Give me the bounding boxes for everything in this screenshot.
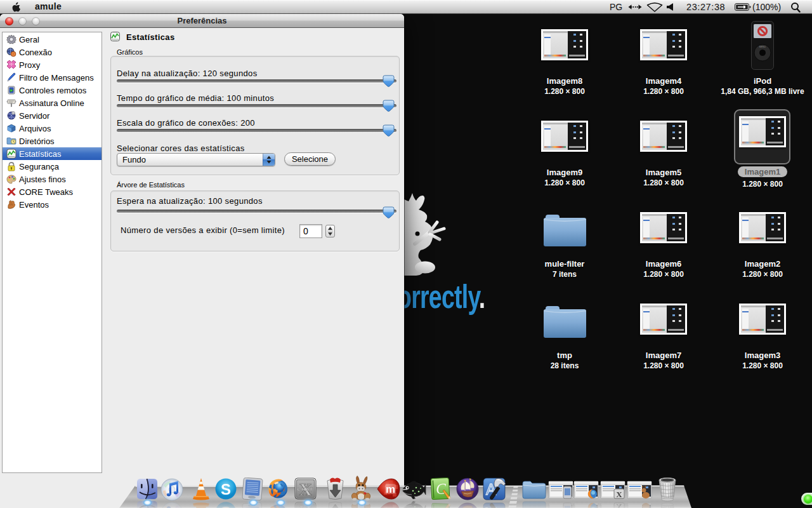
svg-text:MENU: MENU — [759, 46, 766, 48]
